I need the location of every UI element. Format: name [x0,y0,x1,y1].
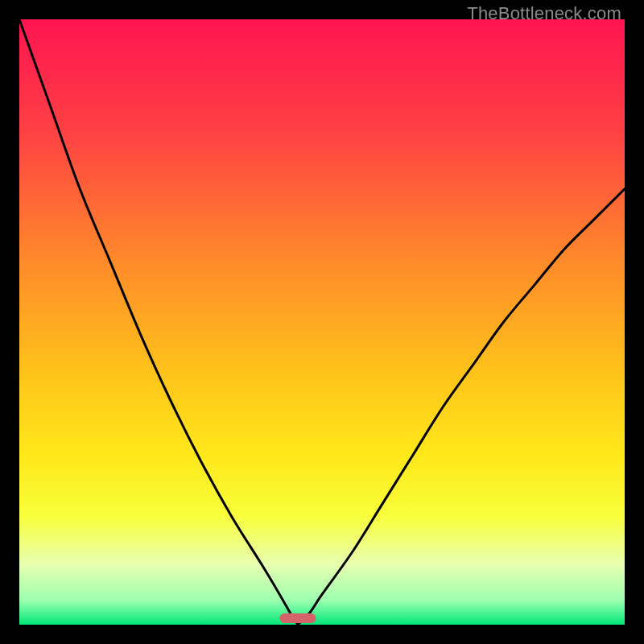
watermark-text: TheBottleneck.com [467,3,621,24]
bottleneck-plot [19,19,625,625]
plot-frame [19,19,625,625]
notch-marker [279,613,316,623]
gradient-background [19,19,625,625]
